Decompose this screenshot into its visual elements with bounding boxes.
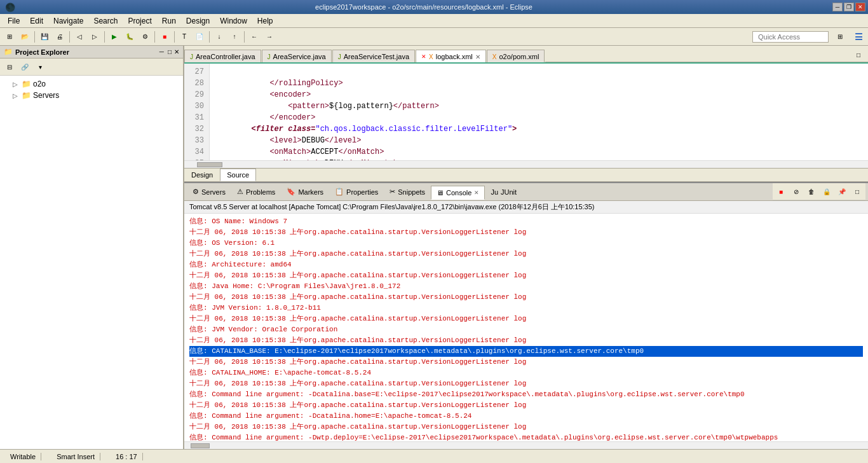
- console-disconnect-button[interactable]: ⊘: [789, 184, 803, 198]
- pe-link-button[interactable]: 🔗: [18, 60, 32, 74]
- console-line: 十二月 06, 2018 10:15:38 上午org.apache.catal…: [189, 227, 863, 238]
- code-editor[interactable]: 27 28 29 30 31 32 33 34 35 </rollingPoli…: [184, 64, 868, 168]
- panel-tab-snippets[interactable]: ✂ Snippets: [384, 184, 431, 199]
- perspectives-button[interactable]: ⊞: [831, 30, 849, 44]
- horizontal-scroll-thumb[interactable]: [197, 162, 222, 167]
- markers-tab-label: Markers: [298, 188, 323, 196]
- tab-icon-area-service-test: J: [338, 53, 341, 60]
- pe-collapse-button[interactable]: ⊟: [3, 60, 17, 74]
- o2o-folder-icon: 📁: [22, 79, 31, 88]
- editor-tabs: J AreaController.java J AreaService.java…: [184, 46, 868, 64]
- close-button[interactable]: ✕: [855, 3, 865, 11]
- menu-help[interactable]: Help: [252, 15, 278, 27]
- view-button[interactable]: ☰: [851, 30, 865, 44]
- project-explorer-controls[interactable]: ─ □ ✕: [158, 48, 179, 55]
- editor-controls: □: [849, 48, 868, 62]
- status-writable: Writable: [5, 453, 41, 460]
- tab-icon-pom: X: [492, 53, 497, 60]
- servers-tab-label: Servers: [201, 188, 226, 196]
- quick-access-input[interactable]: [752, 31, 829, 43]
- tab-label-area-controller: AreaController.java: [196, 53, 255, 60]
- console-scroll-lock-button[interactable]: 🔒: [820, 184, 834, 198]
- console-line-highlighted: 信息: CATALINA_BASE: E:\eclipse-2017\eclip…: [189, 346, 863, 357]
- console-content[interactable]: 信息: OS Name: Windows 7 十二月 06, 2018 10:1…: [184, 214, 868, 441]
- console-tab-label: Console: [446, 189, 471, 197]
- open-type-button[interactable]: T: [177, 30, 191, 44]
- tree-item-servers[interactable]: ▷ 📁 Servers: [0, 90, 183, 101]
- project-explorer-content: ▷ 📁 o2o ▷ 📁 Servers: [0, 76, 183, 449]
- new-button[interactable]: ⊞: [3, 30, 17, 44]
- tab-area-service-test[interactable]: J AreaServiceTest.java: [332, 50, 415, 63]
- prev-edit-button[interactable]: ◁: [72, 30, 86, 44]
- print-button[interactable]: 🖨: [53, 30, 67, 44]
- status-bar: Writable Smart Insert 16 : 17: [0, 449, 868, 463]
- tab-area-service[interactable]: J AreaService.java: [262, 50, 332, 63]
- tab-area-controller[interactable]: J AreaController.java: [184, 50, 261, 63]
- next-annotation-button[interactable]: ↓: [212, 30, 226, 44]
- design-tab[interactable]: Design: [184, 169, 220, 181]
- open-resource-button[interactable]: 📄: [193, 30, 207, 44]
- project-explorer-header: 📁 Project Explorer ─ □ ✕: [0, 46, 183, 59]
- console-line: 信息: Java Home: C:\Program Files\Java\jre…: [189, 281, 863, 292]
- pe-minimize-button[interactable]: ─: [158, 48, 165, 55]
- window-controls[interactable]: ─ ❐ ✕: [832, 3, 865, 11]
- panel-tab-markers[interactable]: 🔖 Markers: [281, 184, 329, 199]
- debug-button[interactable]: 🐛: [123, 30, 137, 44]
- panel-tab-problems[interactable]: ⚠ Problems: [231, 184, 281, 199]
- panel-tab-properties[interactable]: 📋 Properties: [329, 184, 384, 199]
- prev-annotation-button[interactable]: ↑: [227, 30, 241, 44]
- menu-project[interactable]: Project: [123, 15, 156, 27]
- editor-bottom-tabs: Design Source: [184, 168, 868, 182]
- stop-button[interactable]: ■: [158, 30, 172, 44]
- save-button[interactable]: 💾: [37, 30, 51, 44]
- console-pin-button[interactable]: 📌: [835, 184, 849, 198]
- menu-search[interactable]: Search: [88, 15, 123, 27]
- pe-maximize-button[interactable]: □: [166, 48, 173, 55]
- menu-navigate[interactable]: Navigate: [48, 15, 88, 27]
- pe-menu-button[interactable]: ▾: [33, 60, 47, 74]
- panel-tab-junit[interactable]: Ju JUnit: [485, 185, 522, 199]
- project-explorer-icon: 📁: [4, 48, 13, 56]
- tab-logback[interactable]: ✕ X logback.xml ✕: [416, 50, 486, 63]
- menu-file[interactable]: File: [3, 15, 25, 27]
- window-title: eclipse2017workspace - o2o/src/main/reso…: [15, 3, 832, 11]
- next-edit-button[interactable]: ▷: [88, 30, 102, 44]
- status-insert-mode: Smart Insert: [51, 453, 100, 460]
- menu-window[interactable]: Window: [215, 15, 252, 27]
- snippets-tab-icon: ✂: [390, 188, 395, 196]
- menu-run[interactable]: Run: [157, 15, 181, 27]
- menu-design[interactable]: Design: [181, 15, 215, 27]
- profile-button[interactable]: ⚙: [138, 30, 152, 44]
- expand-icon-servers[interactable]: ▷: [13, 92, 22, 99]
- expand-icon-o2o[interactable]: ▷: [13, 81, 22, 88]
- source-tab[interactable]: Source: [220, 169, 256, 181]
- forward-button[interactable]: →: [262, 30, 276, 44]
- run-button[interactable]: ▶: [107, 30, 121, 44]
- tab-pom[interactable]: X o2o/pom.xml: [487, 50, 545, 63]
- console-stop-button[interactable]: ■: [774, 184, 788, 198]
- servers-tab-icon: ⚙: [193, 188, 199, 196]
- console-clear-button[interactable]: 🗑: [804, 184, 818, 198]
- console-scroll-thumb[interactable]: [191, 443, 210, 448]
- console-line: 信息: Architecture: amd64: [189, 259, 863, 270]
- open-button[interactable]: 📂: [18, 30, 32, 44]
- console-tab-icon: 🖥: [437, 189, 444, 197]
- horizontal-scrollbar[interactable]: [184, 160, 868, 168]
- panel-tab-servers[interactable]: ⚙ Servers: [187, 184, 231, 199]
- tab-close-logback[interactable]: ✕: [475, 53, 480, 60]
- restore-button[interactable]: ❐: [844, 3, 854, 11]
- code-content[interactable]: </rollingPolicy> <encoder> <pattern>${lo…: [210, 64, 868, 160]
- pe-close-button[interactable]: ✕: [174, 48, 179, 55]
- back-button[interactable]: ←: [247, 30, 261, 44]
- console-maximize-button[interactable]: □: [850, 184, 864, 198]
- menu-edit[interactable]: Edit: [25, 15, 48, 27]
- console-tab-close[interactable]: ✕: [474, 190, 479, 196]
- maximize-editor-button[interactable]: □: [851, 48, 865, 62]
- console-line: 信息: Command line argument: -Dcatalina.ba…: [189, 389, 863, 400]
- tree-item-o2o[interactable]: ▷ 📁 o2o: [0, 78, 183, 90]
- minimize-button[interactable]: ─: [832, 3, 843, 11]
- toolbar-separator-5: [174, 31, 175, 43]
- console-horizontal-scrollbar[interactable]: [184, 441, 868, 449]
- panel-tab-console[interactable]: 🖥 Console ✕: [431, 186, 485, 200]
- toolbar-separator-3: [104, 31, 105, 43]
